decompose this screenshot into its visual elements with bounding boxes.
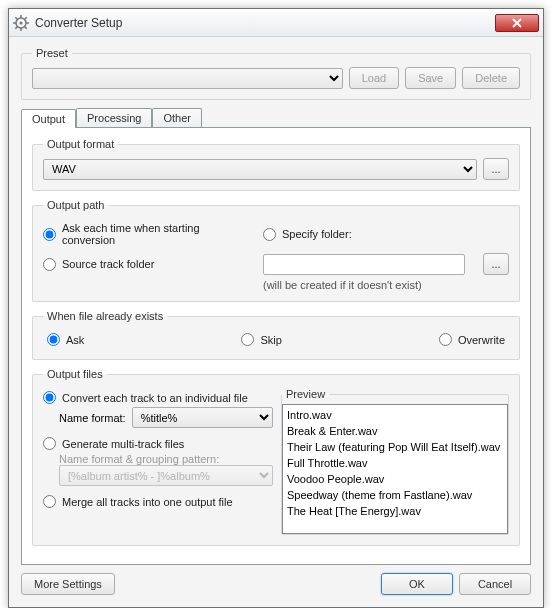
preview-item[interactable]: Voodoo People.wav <box>287 471 503 487</box>
files-options: Convert each track to an individual file… <box>43 388 273 535</box>
name-format-label: Name format: <box>59 412 126 424</box>
close-icon <box>512 18 522 28</box>
tab-processing[interactable]: Processing <box>76 108 152 127</box>
tabpanel-output: Output format WAV ... Output path Ask ea… <box>21 127 531 565</box>
files-multi-radio[interactable] <box>43 437 56 450</box>
preview-list[interactable]: Intro.wavBreak & Enter.wavTheir Law (fea… <box>282 404 508 534</box>
delete-button[interactable]: Delete <box>462 67 520 89</box>
save-button[interactable]: Save <box>405 67 456 89</box>
grouping-label: Name format & grouping pattern: <box>59 453 273 465</box>
output-format-legend: Output format <box>43 138 118 150</box>
exists-overwrite-option[interactable]: Overwrite <box>439 330 505 349</box>
window-title: Converter Setup <box>35 16 495 30</box>
dialog: Converter Setup Preset Load Save Delete … <box>8 8 544 608</box>
path-hint: (will be created if it doesn't exist) <box>263 279 465 291</box>
path-source-radio[interactable] <box>43 258 56 271</box>
svg-line-6 <box>15 17 17 19</box>
path-ask-radio[interactable] <box>43 228 56 241</box>
files-merge-radio[interactable] <box>43 495 56 508</box>
preview-item[interactable]: Break & Enter.wav <box>287 423 503 439</box>
preset-select[interactable] <box>32 68 343 89</box>
path-specify-radio[interactable] <box>263 228 276 241</box>
tabs: Output Processing Other Output format WA… <box>21 108 531 565</box>
name-format-select[interactable]: %title% <box>132 407 273 428</box>
files-merge-option[interactable]: Merge all tracks into one output file <box>43 492 273 511</box>
files-each-option[interactable]: Convert each track to an individual file <box>43 388 273 407</box>
files-legend: Output files <box>43 368 107 380</box>
exists-overwrite-radio[interactable] <box>439 333 452 346</box>
output-format-group: Output format WAV ... <box>32 138 520 191</box>
svg-point-1 <box>20 21 23 24</box>
dialog-body: Preset Load Save Delete Output Processin… <box>9 37 543 607</box>
svg-line-8 <box>15 26 17 28</box>
tab-other[interactable]: Other <box>152 108 202 127</box>
ok-button[interactable]: OK <box>381 573 453 595</box>
gear-icon <box>13 15 29 31</box>
exists-group: When file already exists Ask Skip Ove <box>32 310 520 360</box>
more-settings-button[interactable]: More Settings <box>21 573 115 595</box>
preview-item[interactable]: Full Throttle.wav <box>287 455 503 471</box>
svg-line-9 <box>25 17 27 19</box>
path-source-option[interactable]: Source track folder <box>43 255 245 274</box>
preview-legend: Preview <box>282 388 329 400</box>
exists-skip-radio[interactable] <box>241 333 254 346</box>
files-group: Output files Convert each track to an in… <box>32 368 520 546</box>
exists-ask-radio[interactable] <box>47 333 60 346</box>
cancel-button[interactable]: Cancel <box>459 573 531 595</box>
exists-ask-option[interactable]: Ask <box>47 330 84 349</box>
path-folder-input[interactable] <box>263 254 465 275</box>
files-multi-option[interactable]: Generate multi-track files <box>43 434 273 453</box>
preset-group: Preset Load Save Delete <box>21 47 531 100</box>
preview-item[interactable]: The Heat [The Energy].wav <box>287 503 503 519</box>
output-path-legend: Output path <box>43 199 109 211</box>
preview-item[interactable]: Intro.wav <box>287 407 503 423</box>
preview-item[interactable]: Their Law (featuring Pop Will Eat Itself… <box>287 439 503 455</box>
path-specify-option[interactable]: Specify folder: <box>263 225 465 244</box>
tabstrip: Output Processing Other <box>21 108 531 127</box>
preview-item[interactable]: Speedway (theme from Fastlane).wav <box>287 487 503 503</box>
exists-skip-option[interactable]: Skip <box>241 330 281 349</box>
footer: More Settings OK Cancel <box>21 565 531 595</box>
output-format-select[interactable]: WAV <box>43 159 477 180</box>
path-ask-option[interactable]: Ask each time when starting conversion <box>43 219 245 249</box>
tab-output[interactable]: Output <box>21 109 76 128</box>
preset-legend: Preset <box>32 47 72 59</box>
grouping-select[interactable]: [%album artist% - ]%album% <box>59 465 273 486</box>
files-each-radio[interactable] <box>43 391 56 404</box>
output-format-more-button[interactable]: ... <box>483 158 509 180</box>
load-button[interactable]: Load <box>349 67 399 89</box>
output-path-group: Output path Ask each time when starting … <box>32 199 520 302</box>
close-button[interactable] <box>495 14 539 32</box>
preview-group: Preview Intro.wavBreak & Enter.wavTheir … <box>281 388 509 535</box>
exists-legend: When file already exists <box>43 310 167 322</box>
svg-line-7 <box>25 26 27 28</box>
browse-folder-button[interactable]: ... <box>483 253 509 275</box>
titlebar: Converter Setup <box>9 9 543 37</box>
